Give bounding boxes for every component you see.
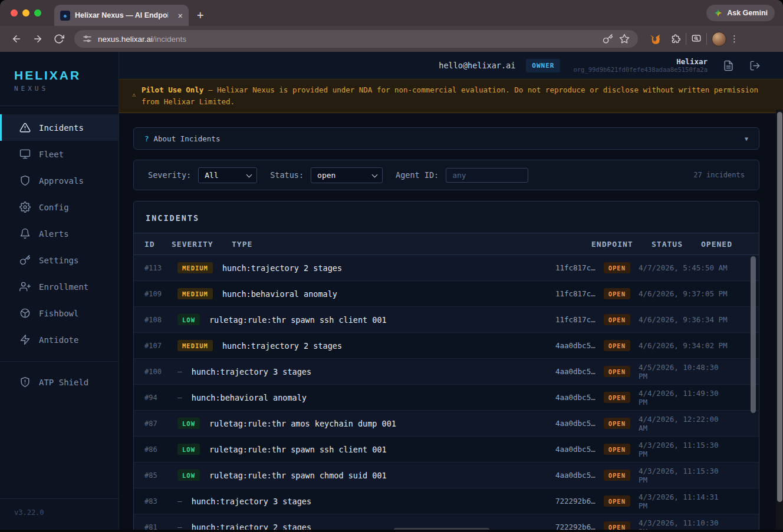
pilot-use-banner: ⚠ Pilot Use Only — Helixar Nexus is prov… xyxy=(119,79,783,113)
app-logo: HELIXAR xyxy=(14,68,119,82)
panel-title: INCIDENTS xyxy=(134,201,759,233)
col-status: STATUS xyxy=(652,240,692,249)
table-row[interactable]: #85 LOW ruletag:rule:thr_spawn_chmod_sui… xyxy=(134,462,759,488)
app-header: hello@helixar.ai OWNER Helixar org_99d9b… xyxy=(119,52,783,79)
forward-button[interactable] xyxy=(29,31,46,47)
address-bar[interactable]: nexus.helixar.ai/incidents xyxy=(74,30,638,48)
zap-icon xyxy=(19,334,31,345)
table-row[interactable]: #109 MEDIUM hunch:behavioral_anomaly 11f… xyxy=(134,281,759,307)
col-opened: OPENED xyxy=(701,240,739,249)
user-email: hello@helixar.ai xyxy=(439,61,515,70)
severity-badge: LOW xyxy=(177,418,200,429)
chrome-menu-icon[interactable]: ⋮ xyxy=(730,34,739,44)
severity-badge: LOW xyxy=(177,314,200,325)
status-badge: OPEN xyxy=(604,470,630,481)
sidebar-item-fishbowl[interactable]: Fishbowl xyxy=(0,300,119,326)
org-info: Helixar org_99d9b621fd0fefe438adaa8e5150… xyxy=(573,57,708,74)
table-body: #113 MEDIUM hunch:trajectory_2_stages 11… xyxy=(134,255,759,532)
new-tab-button[interactable]: + xyxy=(197,8,203,26)
page-scrollbar-thumb[interactable] xyxy=(777,112,782,502)
status-badge: OPEN xyxy=(604,288,630,299)
site-settings-icon[interactable] xyxy=(83,34,92,44)
table-row[interactable]: #94 – hunch:behavioral_anomaly 4aa0dbc5…… xyxy=(134,385,759,411)
docs-icon[interactable] xyxy=(723,60,734,71)
status-badge: OPEN xyxy=(604,495,630,507)
window-bottom-edge xyxy=(0,530,783,532)
severity-badge: MEDIUM xyxy=(177,288,213,299)
agent-id-label: Agent ID: xyxy=(396,170,439,180)
close-window-button[interactable] xyxy=(11,9,18,16)
browser-tab-strip: ◈ Helixar Nexus — AI Endpoint I ✕ + Ask … xyxy=(0,0,783,26)
severity-label: Severity: xyxy=(148,170,191,180)
role-badge: OWNER xyxy=(526,59,560,72)
table-row[interactable]: #113 MEDIUM hunch:trajectory_2_stages 11… xyxy=(134,255,759,281)
status-badge: OPEN xyxy=(604,262,630,273)
helixar-favicon-icon: ◈ xyxy=(60,11,70,21)
status-badge: OPEN xyxy=(604,392,630,403)
extensions-puzzle-icon[interactable] xyxy=(670,34,681,44)
org-id: org_99d9b621fd0fefe438adaa8e5150fa2a xyxy=(573,66,708,74)
col-id: ID xyxy=(144,240,162,249)
toolbar-divider xyxy=(706,33,707,45)
severity-badge: LOW xyxy=(177,470,200,481)
status-badge: OPEN xyxy=(604,444,630,455)
status-select[interactable]: open xyxy=(311,167,383,183)
metamask-extension-icon[interactable] xyxy=(649,33,661,45)
table-scrollbar-thumb[interactable] xyxy=(751,256,756,413)
about-label: About Incidents xyxy=(154,134,221,143)
shield-alert-icon xyxy=(19,376,31,388)
search-tabs-icon[interactable] xyxy=(691,34,702,44)
chevron-down-icon[interactable]: ▼ xyxy=(745,136,748,142)
logout-icon[interactable] xyxy=(749,60,761,71)
sidebar-item-settings[interactable]: Settings xyxy=(0,247,119,273)
status-label: Status: xyxy=(270,170,304,180)
severity-badge: MEDIUM xyxy=(177,340,213,351)
table-row[interactable]: #83 – hunch:trajectory_3_stages 722292b6… xyxy=(134,488,759,514)
banner-text: Pilot Use Only — Helixar Nexus is provid… xyxy=(142,84,765,108)
table-row[interactable]: #108 LOW ruletag:rule:thr_spawn_ssh_clie… xyxy=(134,307,759,333)
sidebar-item-atp-shield[interactable]: ATP Shield xyxy=(0,369,119,395)
status-badge: OPEN xyxy=(604,314,630,325)
sidebar-item-config[interactable]: Config xyxy=(0,194,119,220)
status-badge: OPEN xyxy=(604,418,630,429)
warning-triangle-icon: ⚠ xyxy=(132,90,136,108)
col-type: TYPE xyxy=(232,240,582,249)
status-badge: OPEN xyxy=(604,340,630,351)
severity-select[interactable]: All xyxy=(198,167,257,183)
sidebar-item-approvals[interactable]: Approvals xyxy=(0,167,119,194)
sidebar-item-enrollment[interactable]: Enrollment xyxy=(0,273,119,300)
reload-button[interactable] xyxy=(51,31,67,47)
bookmark-star-icon[interactable] xyxy=(619,34,630,44)
sidebar-item-fleet[interactable]: Fleet xyxy=(0,141,119,167)
sidebar-item-incidents[interactable]: Incidents xyxy=(0,114,119,141)
table-row[interactable]: #87 LOW ruletag:rule:thr_amos_keychain_d… xyxy=(134,411,759,437)
fullscreen-window-button[interactable] xyxy=(34,9,41,16)
browser-toolbar: nexus.helixar.ai/incidents ⋮ xyxy=(0,26,783,52)
table-row[interactable]: #100 – hunch:trajectory_3_stages 4aa0dbc… xyxy=(134,359,759,385)
filter-bar: Severity: All Status: open Agent ID: 27 … xyxy=(133,160,759,190)
about-incidents-toggle[interactable]: ?About Incidents ▼ xyxy=(133,127,759,150)
sidebar: HELIXAR NEXUS Incidents Fleet Approvals … xyxy=(0,52,119,532)
app-logo-subtitle: NEXUS xyxy=(14,85,119,92)
table-row[interactable]: #107 MEDIUM hunch:trajectory_2_stages 4a… xyxy=(134,333,759,359)
profile-avatar[interactable] xyxy=(712,32,726,47)
page-scrollbar-track[interactable] xyxy=(776,110,783,532)
help-icon: ? xyxy=(144,134,149,143)
password-key-icon[interactable] xyxy=(603,34,613,44)
key-icon xyxy=(19,255,31,266)
gear-icon xyxy=(19,201,31,213)
back-button[interactable] xyxy=(8,31,25,47)
table-row[interactable]: #86 LOW ruletag:rule:thr_spawn_ssh_clien… xyxy=(134,437,759,462)
browser-tab[interactable]: ◈ Helixar Nexus — AI Endpoint I ✕ xyxy=(54,5,189,26)
incident-count: 27 incidents xyxy=(693,171,745,179)
agent-id-input[interactable] xyxy=(446,168,528,183)
sidebar-item-alerts[interactable]: Alerts xyxy=(0,220,119,247)
minimize-window-button[interactable] xyxy=(22,9,29,16)
tab-close-icon[interactable]: ✕ xyxy=(178,11,183,19)
sidebar-item-antidote[interactable]: Antidote xyxy=(0,326,119,353)
status-badge: OPEN xyxy=(604,366,630,377)
col-endpoint: ENDPOINT xyxy=(591,240,642,249)
url-text[interactable]: nexus.helixar.ai/incidents xyxy=(98,35,597,44)
org-name: Helixar xyxy=(573,57,708,67)
ask-gemini-button[interactable]: Ask Gemini xyxy=(706,5,775,21)
